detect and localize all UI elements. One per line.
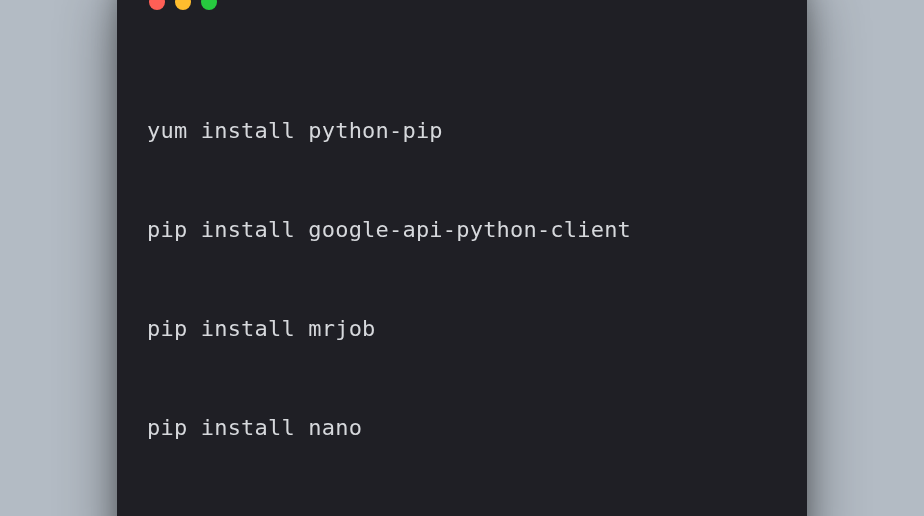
window-controls: [147, 0, 777, 10]
code-line: pip install mrjob: [147, 312, 777, 345]
terminal-window: yum install python-pip pip install googl…: [117, 0, 807, 516]
code-line: pip install nano: [147, 411, 777, 444]
code-line: yum install python-pip: [147, 114, 777, 147]
terminal-content[interactable]: yum install python-pip pip install googl…: [147, 48, 777, 510]
close-icon[interactable]: [149, 0, 165, 10]
minimize-icon[interactable]: [175, 0, 191, 10]
code-line: pip install google-api-python-client: [147, 213, 777, 246]
maximize-icon[interactable]: [201, 0, 217, 10]
